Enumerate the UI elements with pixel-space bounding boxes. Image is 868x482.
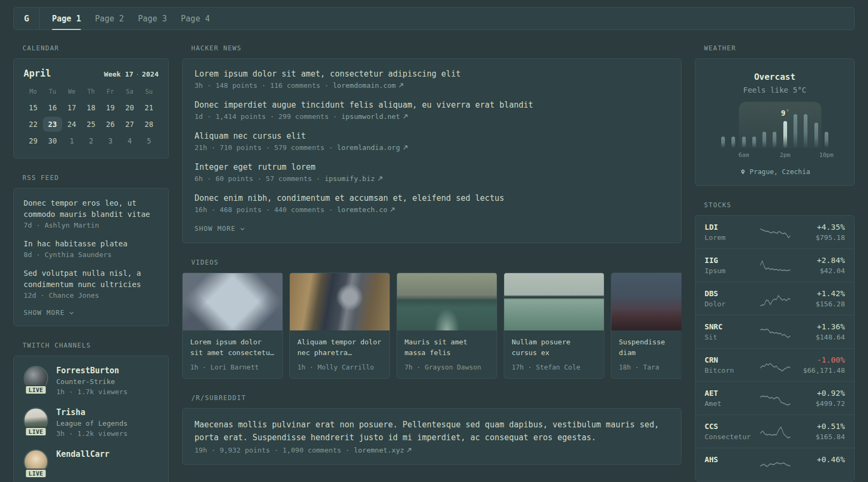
rss-item-title[interactable]: Sed volutpat nulla nisl, a condimentum n… [24,268,159,290]
stock-sparkline [757,389,794,408]
twitch-channel[interactable]: LIVEForrestBurtonCounter-Strike1h · 1.7k… [24,366,159,396]
video-thumbnail[interactable] [183,273,282,330]
stock-symbol[interactable]: SNRC [705,322,757,331]
video-thumbnail[interactable] [504,273,604,330]
weather-bar-slot [749,137,759,148]
twitch-channel[interactable]: LIVETrishaLeague of Legends3h · 1.2k vie… [24,408,159,438]
video-title[interactable]: Nullam posuere cursus ex [512,337,596,358]
hacker-news-list: Lorem ipsum dolor sit amet, consectetur … [194,69,669,214]
weather-time-label: 10pm [819,152,834,159]
stock-symbol[interactable]: DBS [705,289,757,298]
stock-values: +1.42%$156.28 [794,289,845,308]
rss-item-title[interactable]: In hac habitasse platea [24,238,159,250]
channel-meta: 1h · 1.7k viewers [56,388,128,396]
hn-story-title[interactable]: Lorem ipsum dolor sit amet, consectetur … [194,69,669,79]
twitch-channel[interactable]: LIVEKendallCarr [24,449,159,474]
stock-row[interactable]: CRNBitcorn-1.00%$66,171.48 [695,348,854,381]
calendar-day-selected: 23 [43,117,62,132]
avatar[interactable]: LIVE [24,408,48,432]
video-card[interactable]: Lorem ipsum dolor sit amet consectetu…1h… [182,273,283,379]
calendar-day: 21 [139,100,159,115]
rss-item: In hac habitasse platea8d · Cynthia Saun… [24,238,159,259]
stock-symbol[interactable]: LDI [705,223,757,231]
channel-name[interactable]: ForrestBurton [56,366,128,375]
subreddit-post-title[interactable]: Maecenas mollis pulvinar erat non posuer… [194,419,666,444]
calendar-section: CALENDAR April Week 17·2024 MoTuWeThFrSa… [13,44,169,159]
stock-identity: AETAmet [705,389,757,408]
video-thumbnail[interactable] [397,273,497,330]
subreddit-post-list: Maecenas mollis pulvinar erat non posuer… [194,419,669,454]
hn-story-domain-link[interactable]: loremlandia.org [337,144,408,152]
live-badge: LIVE [25,427,47,436]
stock-row[interactable]: AHS+0.46% [695,448,854,481]
weather-bar [742,137,746,148]
hn-show-more-button[interactable]: SHOW MORE [194,224,669,232]
stock-name: Amet [705,400,757,408]
stock-row[interactable]: IIGIpsum+2.84%$42.04 [695,248,854,282]
video-card[interactable]: Aliquam tempor dolor nec pharetra…1h · M… [289,273,390,379]
video-meta: 18h · Tara [619,363,682,371]
stock-row[interactable]: SNRCSit+1.36%$148.64 [695,315,854,348]
sparkline-chart [760,456,790,474]
channel-name[interactable]: Trisha [56,408,128,417]
dashboard-columns: CALENDAR April Week 17·2024 MoTuWeThFrSa… [13,44,855,482]
video-title[interactable]: Aliquam tempor dolor nec pharetra… [297,337,382,358]
rss-show-more-button[interactable]: SHOW MORE [24,308,159,317]
videos-row: Lorem ipsum dolor sit amet consectetu…1h… [182,273,682,379]
hn-story: Donec imperdiet augue tincidunt felis al… [194,100,669,120]
show-more-label: SHOW MORE [194,224,236,232]
stock-identity: CRNBitcorn [705,356,757,374]
calendar-day: 18 [81,100,101,115]
subreddit-post-domain-link[interactable]: loremnet.xyz [354,446,412,454]
rss-item-title[interactable]: Donec tempor eros leo, ut commodo mauris… [24,198,159,220]
avatar[interactable]: LIVE [24,449,48,474]
stock-name: Dolor [705,300,757,308]
avatar[interactable]: LIVE [24,366,48,390]
hn-story-title[interactable]: Donec imperdiet augue tincidunt felis al… [194,100,669,110]
subreddit-post: Maecenas mollis pulvinar erat non posuer… [194,419,669,454]
video-title[interactable]: Suspendisse diam [619,337,670,358]
section-title-calendar: CALENDAR [23,44,169,52]
stock-name: Sit [705,333,757,341]
hn-story-title[interactable]: Donec enim nibh, condimentum et accumsan… [194,193,669,203]
stock-symbol[interactable]: CCS [705,422,757,431]
tab-page-2[interactable]: Page 2 [88,7,131,29]
calendar-day: 1 [62,133,81,148]
video-card[interactable]: Nullam posuere cursus ex17h · Stefan Col… [504,273,604,379]
twitch-section: TWITCH CHANNELS LIVEForrestBurtonCounter… [13,342,169,482]
hn-story-domain-link[interactable]: ipsumworld.net [341,112,408,120]
tab-page-4[interactable]: Page 4 [174,7,217,29]
hn-story-domain-link[interactable]: ipsumify.biz [325,175,383,183]
weather-chart: 9° [718,102,832,148]
video-card[interactable]: Suspendisse diam18h · Tara [611,273,682,379]
video-card[interactable]: Mauris sit amet massa felis7h · Grayson … [396,273,497,379]
tab-page-1[interactable]: Page 1 [45,7,88,29]
hn-story-title[interactable]: Aliquam nec cursus elit [194,131,669,141]
stock-symbol[interactable]: IIG [705,256,757,265]
video-thumbnail[interactable] [611,273,682,330]
stock-price: $156.28 [794,300,845,308]
stock-change: +0.51% [794,422,845,431]
hn-story-domain-link[interactable]: loremtech.co [337,206,395,214]
video-thumbnail[interactable] [290,273,390,330]
video-title[interactable]: Lorem ipsum dolor sit amet consectetu… [190,337,275,358]
hn-story-domain-link[interactable]: loremdomain.com [333,81,403,89]
stock-change: +4.35% [794,223,845,231]
video-title[interactable]: Mauris sit amet massa felis [405,337,489,358]
weather-condition: Overcast [706,72,843,82]
calendar-day: 17 [62,100,81,115]
stock-row[interactable]: AETAmet+0.92%$499.72 [695,381,854,415]
stock-row[interactable]: CCSConsectetur+0.51%$165.84 [695,415,854,448]
weather-time-label: 2pm [780,152,790,159]
hn-story-title[interactable]: Integer eget rutrum lorem [194,162,669,172]
videos-section: VIDEOS Lorem ipsum dolor sit amet consec… [182,259,682,379]
hn-story-meta: 6h · 60 points · 57 comments · ipsumify.… [194,175,669,183]
stock-row[interactable]: LDILorem+4.35%$795.18 [695,216,854,248]
stock-symbol[interactable]: AET [705,389,757,397]
channel-name[interactable]: KendallCarr [56,449,109,459]
stock-row[interactable]: DBSDolor+1.42%$156.28 [695,282,854,315]
stock-symbol[interactable]: CRN [705,356,757,364]
stock-symbol[interactable]: AHS [705,455,757,464]
twitch-channel-list: LIVEForrestBurtonCounter-Strike1h · 1.7k… [24,366,159,474]
tab-page-3[interactable]: Page 3 [131,7,174,29]
